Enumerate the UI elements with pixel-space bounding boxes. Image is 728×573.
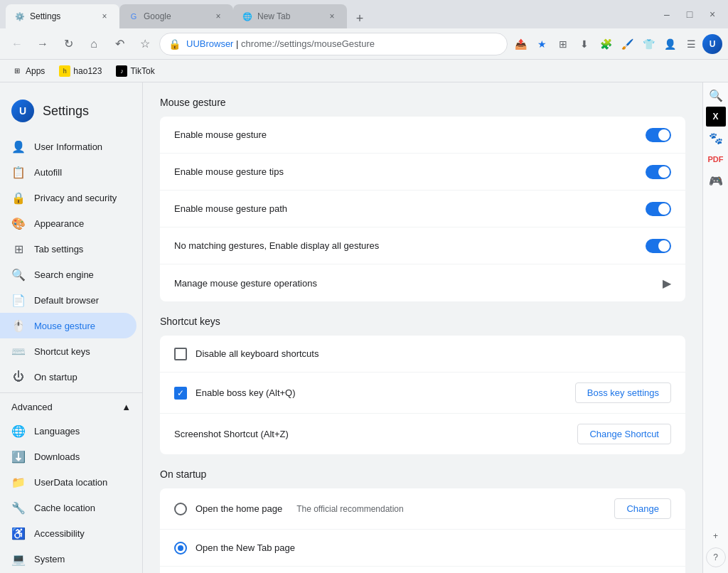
settings-header: U Settings [0, 94, 142, 134]
row-manage-operations[interactable]: Manage mouse gesture operations ▶ [160, 264, 685, 301]
help-button[interactable]: ? [706, 547, 726, 567]
manage-operations-arrow-icon: ▶ [663, 277, 671, 290]
change-homepage-button[interactable]: Change [614, 498, 671, 519]
bookmark-apps-label: Apps [26, 66, 45, 76]
menu-button[interactable]: ☰ [681, 34, 701, 54]
shortcut-keys-icon: ⌨️ [11, 344, 26, 358]
apps-grid-button[interactable]: ⊞ [553, 34, 573, 54]
bookmark-apps[interactable]: ⊞ Apps [9, 64, 48, 78]
tab-newtab[interactable]: 🌐 New Tab × [233, 4, 347, 28]
sidebar-item-downloads[interactable]: ⬇️ Downloads [0, 444, 136, 469]
mouse-gesture-icon: 🖱️ [11, 318, 26, 333]
sidebar-item-accessibility[interactable]: ♿ Accessibility [0, 520, 136, 546]
sidebar-label-appearance: Appearance [34, 218, 84, 229]
back-button[interactable]: ← [6, 33, 28, 55]
screenshot-shortcut-label: Screenshot Shortcut (Alt+Z) [174, 429, 577, 439]
sidebar-label-autofill: Autofill [34, 167, 62, 178]
home-button[interactable]: ⌂ [82, 33, 105, 55]
bookmark-button[interactable]: ☆ [134, 33, 156, 55]
sidebar-item-shortcut-keys[interactable]: ⌨️ Shortcut keys [0, 338, 136, 364]
tab-google-icon: G [128, 11, 139, 22]
sidebar: U Settings 👤 User Information 📋 Autofill… [0, 82, 142, 573]
nav-bar: ← → ↻ ⌂ ↶ ☆ 🔒 UUBrowser | chrome://setti… [0, 28, 728, 60]
enable-mouse-gesture-path-label: Enable mouse gesture path [174, 203, 646, 214]
open-home-page-label: Open the home page [196, 503, 282, 514]
sidebar-label-shortcut-keys: Shortcut keys [34, 346, 90, 357]
sidebar-item-default-browser[interactable]: 📄 Default browser [0, 287, 136, 313]
sidebar-item-autofill[interactable]: 📋 Autofill [0, 159, 136, 185]
bookmark-hao123[interactable]: h hao123 [56, 64, 105, 78]
enable-boss-key-label: Enable boss key (Alt+Q) [196, 387, 296, 398]
radio-open-home-page[interactable] [174, 503, 187, 515]
on-startup-section-title: On startup [160, 468, 685, 480]
sidebar-item-user-information[interactable]: 👤 User Information [0, 134, 136, 159]
tabs-area: ⚙️ Settings × G Google × 🌐 New Tab × + [6, 0, 651, 28]
sidebar-item-search-engine[interactable]: 🔍 Search engine [0, 262, 136, 287]
row-screenshot-shortcut: Screenshot Shortcut (Alt+Z) Change Short… [160, 414, 685, 454]
appearance-icon: 🎨 [11, 216, 26, 230]
share-button[interactable]: 📤 [510, 34, 530, 54]
disable-shortcuts-label: Disable all keyboard shortcuts [196, 348, 318, 359]
default-browser-icon: 📄 [11, 293, 26, 307]
checkbox-disable-shortcuts[interactable] [174, 348, 187, 360]
history-button[interactable]: ↶ [108, 33, 131, 55]
right-panel: Mouse gesture Enable mouse gesture Enabl… [143, 82, 728, 573]
pdf-side-button[interactable]: PDF [706, 149, 726, 169]
toggle-enable-mouse-gesture[interactable] [646, 128, 671, 142]
sidebar-item-privacy-security[interactable]: 🔒 Privacy and security [0, 185, 136, 210]
checkbox-enable-boss-key[interactable]: ✓ [174, 387, 187, 400]
boss-key-settings-button[interactable]: Boss key settings [575, 382, 671, 403]
forward-button[interactable]: → [31, 33, 54, 55]
tab-settings-close[interactable]: × [98, 10, 111, 23]
toggle-enable-mouse-gesture-tips[interactable] [646, 165, 671, 179]
paw-side-button[interactable]: 🐾 [706, 128, 726, 148]
accessibility-icon: ♿ [11, 526, 26, 540]
sidebar-item-tab-settings[interactable]: ⊞ Tab settings [0, 236, 136, 262]
profile-button[interactable]: 👤 [660, 34, 680, 54]
tab-newtab-title: New Tab [257, 11, 321, 21]
sidebar-item-userdata-location[interactable]: 📁 UserData location [0, 469, 136, 495]
reload-button[interactable]: ↻ [57, 33, 80, 55]
extensions-button[interactable]: 🧩 [596, 34, 616, 54]
new-tab-button[interactable]: + [350, 9, 370, 28]
sidebar-item-appearance[interactable]: 🎨 Appearance [0, 210, 136, 236]
enable-mouse-gesture-label: Enable mouse gesture [174, 129, 646, 140]
brush-button[interactable]: 🖌️ [617, 34, 637, 54]
tab-google[interactable]: G Google × [119, 4, 233, 28]
page-title: Settings [43, 104, 89, 119]
autofill-icon: 📋 [11, 165, 26, 179]
radio-open-new-tab[interactable] [174, 542, 187, 555]
sidebar-label-tab-settings: Tab settings [34, 244, 83, 255]
advanced-chevron-icon: ▲ [122, 402, 131, 412]
star-button[interactable]: ★ [532, 34, 552, 54]
advanced-section-header[interactable]: Advanced ▲ [0, 396, 142, 418]
download-button[interactable]: ⬇ [574, 34, 594, 54]
sidebar-item-on-startup[interactable]: ⏻ On startup [0, 364, 136, 390]
tab-settings[interactable]: ⚙️ Settings × [6, 4, 119, 28]
bookmarks-bar: ⊞ Apps h hao123 ♪ TikTok [0, 60, 728, 82]
sidebar-item-system[interactable]: 💻 System [0, 546, 136, 572]
sidebar-item-cache-location[interactable]: 🔧 Cache location [0, 495, 136, 520]
x-side-button[interactable]: X [706, 107, 726, 127]
change-shortcut-button[interactable]: Change Shortcut [577, 424, 671, 444]
maximize-button[interactable]: □ [680, 4, 700, 24]
user-icon: 👤 [11, 139, 26, 154]
sidebar-label-default-browser: Default browser [34, 295, 99, 306]
settings-content: Mouse gesture Enable mouse gesture Enabl… [143, 82, 702, 573]
sidebar-item-mouse-gesture[interactable]: 🖱️ Mouse gesture [0, 313, 136, 338]
tab-newtab-close[interactable]: × [326, 10, 338, 23]
shirt-button[interactable]: 👕 [638, 34, 658, 54]
search-side-button[interactable]: 🔍 [706, 85, 726, 105]
toggle-no-matching-gestures[interactable] [646, 239, 671, 253]
row-open-new-tab: Open the New Tab page [160, 530, 685, 567]
address-bar[interactable]: 🔒 UUBrowser | chrome://settings/mouseGes… [159, 33, 508, 55]
tab-google-close[interactable]: × [212, 10, 225, 23]
bookmark-tiktok[interactable]: ♪ TikTok [113, 64, 157, 78]
mouse-gesture-card: Enable mouse gesture Enable mouse gestur… [160, 117, 685, 301]
close-button[interactable]: × [702, 4, 722, 24]
game-side-button[interactable]: 🎮 [706, 171, 726, 191]
scroll-to-bottom-button[interactable]: + [706, 526, 726, 546]
sidebar-item-languages[interactable]: 🌐 Languages [0, 418, 136, 444]
minimize-button[interactable]: – [657, 4, 677, 24]
toggle-enable-mouse-gesture-path[interactable] [646, 202, 671, 216]
